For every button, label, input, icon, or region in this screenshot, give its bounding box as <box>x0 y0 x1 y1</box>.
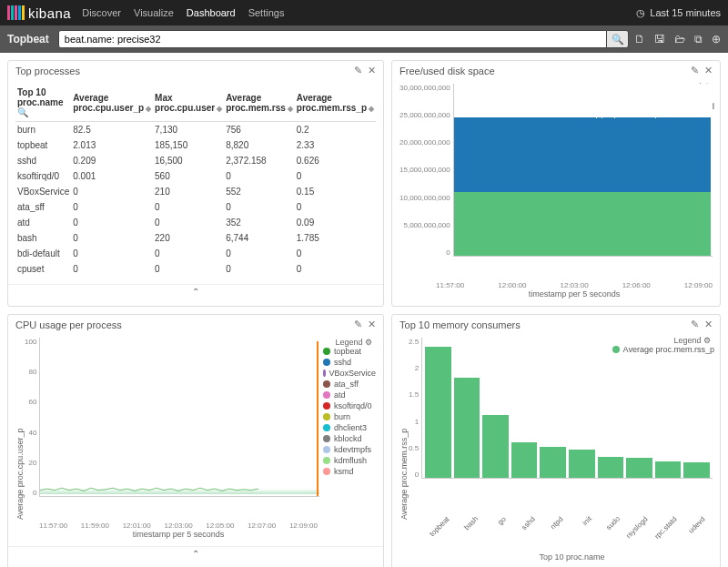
bar-init[interactable] <box>569 450 595 478</box>
table-row[interactable]: topbeat2.013185,1508,8202.33 <box>15 137 376 153</box>
close-icon[interactable]: ✕ <box>704 65 713 76</box>
bar-ntpd[interactable] <box>540 447 566 478</box>
cpu-line-chart[interactable]: Average proc.cpu.user_p 100806040200 Leg… <box>15 338 376 520</box>
time-picker[interactable]: ◷ Last 15 minutes <box>636 7 721 19</box>
table-row[interactable]: atd003520.09 <box>15 215 376 230</box>
query-input-group: 🔍 <box>58 30 629 48</box>
cell-name: burn <box>15 122 71 138</box>
open-dashboard-icon[interactable]: 🗁 <box>674 33 685 46</box>
bar-rsyslogd[interactable] <box>626 458 652 478</box>
cell-mem_rss_p: 2.33 <box>295 137 376 153</box>
col-cpu-user-p[interactable]: Average proc.cpu.user_p◆ <box>71 84 153 122</box>
y-axis-label: Average proc.cpu.user_p <box>15 338 25 520</box>
legend-item[interactable]: ksmd <box>323 467 376 476</box>
chevron-up-icon: ⌃ <box>192 549 199 559</box>
table-row[interactable]: sshd0.20916,5002,372.1580.626 <box>15 153 376 168</box>
legend-item[interactable]: kblockd <box>323 434 376 443</box>
bar-sudo[interactable] <box>598 457 624 478</box>
nav-settings[interactable]: Settings <box>248 7 285 18</box>
save-dashboard-icon[interactable]: 🖫 <box>654 33 665 46</box>
cell-name: sshd <box>15 153 71 168</box>
gear-icon[interactable]: ⚙ <box>703 336 711 345</box>
share-dashboard-icon[interactable]: ⧉ <box>694 33 703 46</box>
swatch-icon <box>323 413 330 420</box>
cell-cpu_user: 560 <box>153 168 224 184</box>
search-icon: 🔍 <box>612 34 624 46</box>
cell-mem_rss: 8,820 <box>224 137 295 153</box>
swatch-icon <box>323 457 330 464</box>
col-cpu-user[interactable]: Max proc.cpu.user◆ <box>153 84 224 122</box>
cell-cpu_user: 7,130 <box>153 122 224 138</box>
table-row[interactable]: cpuset0000 <box>15 261 376 277</box>
col-mem-rss[interactable]: Average proc.mem.rss◆ <box>224 84 295 122</box>
legend-item[interactable]: kdevtmpfs <box>323 445 376 454</box>
area-free <box>454 192 711 256</box>
y-axis: 2.521.510.50 <box>409 338 421 479</box>
cell-mem_rss: 352 <box>224 215 295 230</box>
plot-area[interactable] <box>39 338 319 497</box>
plot-area[interactable] <box>453 84 713 257</box>
close-icon[interactable]: ✕ <box>368 319 376 330</box>
edit-icon[interactable]: ✎ <box>354 319 362 330</box>
search-icon: 🔍 <box>17 107 28 117</box>
cpu-legend[interactable]: Legend ⚙ topbeatsshdVBoxServiceata_sffat… <box>319 338 376 520</box>
x-axis-label: timestamp per 5 seconds <box>15 530 376 539</box>
legend-item[interactable]: dhclient3 <box>323 423 376 432</box>
bar-bash[interactable] <box>454 378 480 478</box>
table-row[interactable]: VBoxService02105520.15 <box>15 184 376 199</box>
cell-cpu_user: 220 <box>153 230 224 246</box>
cell-mem_rss: 552 <box>224 184 295 199</box>
panel-collapse-button[interactable]: ⌃ <box>8 546 383 561</box>
cell-cpu_user: 16,500 <box>153 153 224 168</box>
table-row[interactable]: ata_sff0000 <box>15 199 376 215</box>
panel-collapse-button[interactable]: ⌃ <box>8 284 383 299</box>
disk-area-chart[interactable]: 30,000,000,00025,000,000,00020,000,000,0… <box>399 84 713 279</box>
nav-dashboard[interactable]: Dashboard <box>187 7 236 18</box>
cell-name: ata_sff <box>15 199 71 215</box>
legend-item[interactable]: ata_sff <box>323 380 376 389</box>
table-row[interactable]: burn82.57,1307560.2 <box>15 122 376 138</box>
dashboard-title: Topbeat <box>7 33 49 46</box>
gear-icon[interactable]: ⚙ <box>365 338 372 347</box>
bar-topbeat[interactable] <box>425 347 451 478</box>
col-mem-rss-p[interactable]: Average proc.mem.rss_p◆ <box>295 84 376 122</box>
edit-icon[interactable]: ✎ <box>691 319 699 330</box>
brand-logo[interactable]: kibana <box>7 4 71 22</box>
col-proc-name[interactable]: Top 10 proc.name🔍 <box>15 84 71 122</box>
legend-item[interactable]: atd <box>323 390 376 400</box>
edit-icon[interactable]: ✎ <box>354 65 362 76</box>
mem-legend[interactable]: Legend ⚙ Average proc.mem.rss_p <box>611 334 716 358</box>
legend-item[interactable]: burn <box>323 412 376 421</box>
bar-udevd[interactable] <box>683 462 710 478</box>
legend-item[interactable]: topbeat <box>323 347 376 356</box>
bar-sshd[interactable] <box>511 442 538 478</box>
edit-icon[interactable]: ✎ <box>691 65 699 76</box>
legend-item[interactable]: kdmflush <box>323 456 376 465</box>
table-row[interactable]: bdi-default0000 <box>15 246 376 261</box>
close-icon[interactable]: ✕ <box>704 319 713 330</box>
mem-bar-chart[interactable]: Average proc.mem.rss_p 2.521.510.50 <box>399 338 713 520</box>
close-icon[interactable]: ✕ <box>368 65 376 76</box>
cell-mem_rss_p: 0.2 <box>295 122 376 138</box>
plot-area[interactable] <box>421 338 713 479</box>
cell-cpu_user_p: 82.5 <box>71 122 153 138</box>
query-search-button[interactable]: 🔍 <box>607 30 629 48</box>
legend-item[interactable]: sshd <box>323 358 376 367</box>
bar-go[interactable] <box>482 415 509 478</box>
cell-name: bash <box>15 230 71 246</box>
brand-text: kibana <box>28 5 71 21</box>
bar-rpc.statd[interactable] <box>655 461 682 478</box>
cell-cpu_user_p: 0.209 <box>71 153 153 168</box>
cell-cpu_user_p: 0 <box>71 246 153 261</box>
nav-discover[interactable]: Discover <box>82 7 121 18</box>
legend-item[interactable]: VBoxService <box>323 369 376 378</box>
legend-item[interactable]: ksoftirqd/0 <box>323 401 376 410</box>
query-input[interactable] <box>58 30 607 48</box>
cell-cpu_user_p: 0 <box>71 215 153 230</box>
add-panel-icon[interactable]: ⊕ <box>712 33 721 46</box>
nav-visualize[interactable]: Visualize <box>134 7 174 18</box>
table-row[interactable]: ksoftirqd/00.00156000 <box>15 168 376 184</box>
swatch-icon <box>323 359 330 366</box>
new-dashboard-icon[interactable]: 🗋 <box>634 33 645 46</box>
table-row[interactable]: bash02206,7441.785 <box>15 230 376 246</box>
